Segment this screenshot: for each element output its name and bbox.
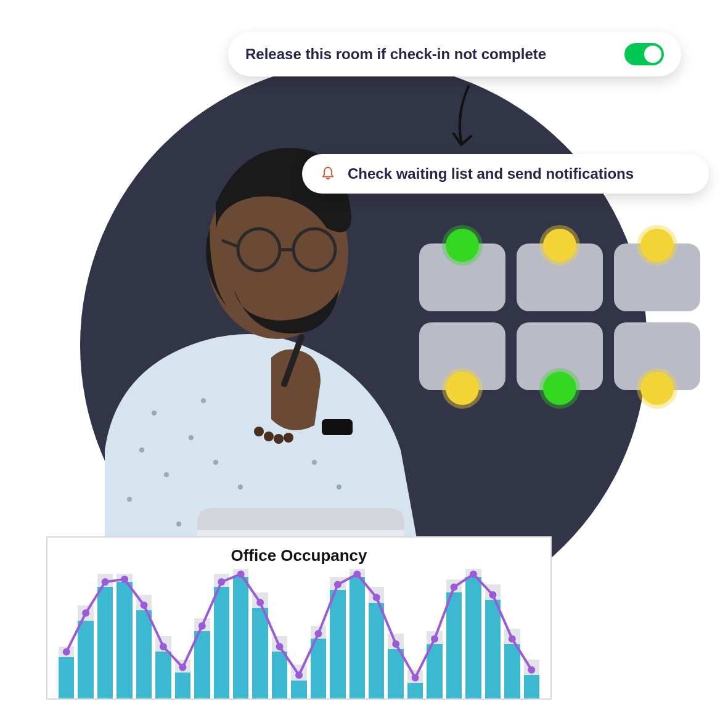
svg-point-29 <box>141 602 148 609</box>
svg-point-20 <box>254 427 264 436</box>
svg-point-4 <box>189 435 194 440</box>
release-room-toggle[interactable] <box>624 43 664 65</box>
svg-point-43 <box>412 674 419 681</box>
svg-point-34 <box>237 570 245 578</box>
desk-status-dot <box>543 229 576 262</box>
desk-status-dot <box>543 372 576 405</box>
svg-point-47 <box>489 591 496 599</box>
svg-point-40 <box>353 570 361 578</box>
svg-point-22 <box>274 434 284 444</box>
svg-point-5 <box>213 460 218 465</box>
desk-tile[interactable] <box>419 243 505 311</box>
desk-tile[interactable] <box>419 322 505 390</box>
occupancy-chart-card: Office Occupancy <box>46 536 552 700</box>
desk-status-dot <box>640 372 674 405</box>
chart-title: Office Occupancy <box>59 546 539 565</box>
desk-status-dot <box>446 229 479 262</box>
desk-grid <box>419 243 700 390</box>
svg-point-41 <box>373 594 380 601</box>
waitlist-action: Check waiting list and send notification… <box>302 154 709 194</box>
desk-tile[interactable] <box>517 243 603 311</box>
svg-point-28 <box>121 576 128 583</box>
svg-point-14 <box>201 398 206 403</box>
svg-point-45 <box>451 583 458 591</box>
svg-point-13 <box>152 411 157 415</box>
svg-point-25 <box>63 648 70 655</box>
desk-tile[interactable] <box>614 322 700 390</box>
chart-area <box>59 569 539 698</box>
svg-point-27 <box>102 578 109 586</box>
desk-status-dot <box>446 372 479 405</box>
svg-point-11 <box>337 485 342 489</box>
svg-point-26 <box>82 609 89 616</box>
svg-point-2 <box>164 472 169 477</box>
svg-point-48 <box>509 635 516 642</box>
waitlist-label: Check waiting list and send notification… <box>348 165 634 182</box>
svg-point-10 <box>312 460 317 465</box>
svg-point-32 <box>198 622 206 629</box>
svg-point-7 <box>238 485 243 489</box>
svg-point-23 <box>284 433 293 443</box>
person-photo <box>55 129 475 586</box>
arrow-down-icon <box>444 83 481 151</box>
svg-rect-24 <box>322 419 353 435</box>
svg-point-33 <box>218 578 225 586</box>
svg-point-6 <box>176 521 181 526</box>
svg-point-3 <box>127 497 132 502</box>
svg-point-1 <box>139 448 144 452</box>
desk-tile[interactable] <box>614 243 700 311</box>
svg-point-36 <box>276 643 284 650</box>
svg-point-46 <box>470 570 477 578</box>
svg-point-37 <box>295 671 303 679</box>
svg-point-44 <box>431 635 438 642</box>
svg-point-21 <box>264 431 274 441</box>
desk-status-dot <box>640 229 674 262</box>
svg-point-30 <box>160 643 167 650</box>
svg-point-31 <box>179 664 186 671</box>
svg-point-49 <box>528 666 535 674</box>
release-room-label: Release this room if check-in not comple… <box>245 46 546 63</box>
desk-tile[interactable] <box>517 322 603 390</box>
svg-point-38 <box>314 630 322 637</box>
release-room-setting: Release this room if check-in not comple… <box>228 32 681 76</box>
svg-point-35 <box>256 599 264 607</box>
svg-point-42 <box>392 640 399 648</box>
svg-point-39 <box>334 581 342 588</box>
bell-icon <box>319 165 337 182</box>
